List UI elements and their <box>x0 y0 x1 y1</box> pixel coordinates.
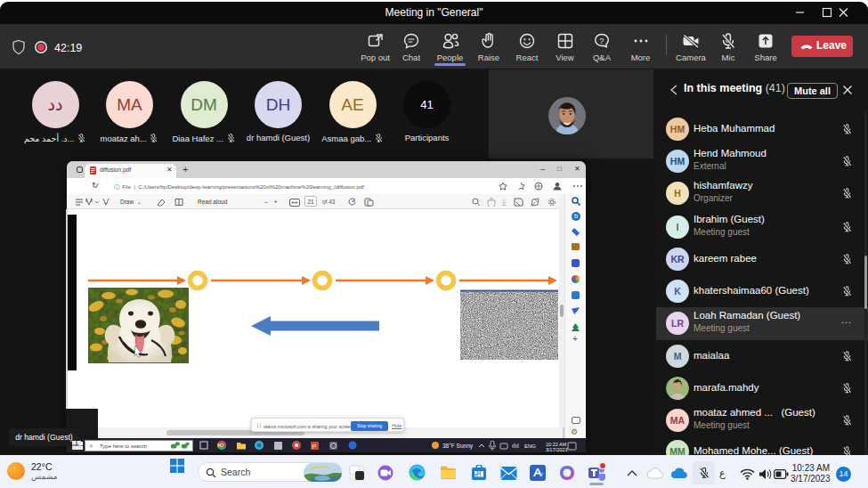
svg-text:3/17/2023: 3/17/2023 <box>546 446 567 451</box>
svg-text:?: ? <box>599 37 604 45</box>
svg-text:38°F Sunny: 38°F Sunny <box>442 443 474 450</box>
svg-text:ENG: ENG <box>524 443 536 449</box>
svg-text:42:19: 42:19 <box>54 42 82 54</box>
svg-text:P: P <box>312 443 317 450</box>
